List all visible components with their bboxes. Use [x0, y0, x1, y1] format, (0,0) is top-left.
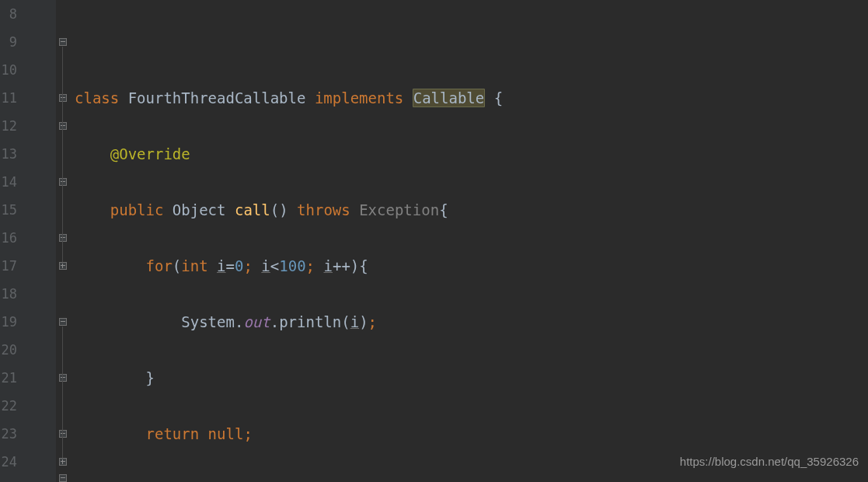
fold-toggle[interactable] — [59, 318, 67, 326]
line-number: 15 — [0, 196, 50, 224]
code-line: } — [75, 476, 868, 482]
line-number: 23 — [0, 420, 50, 448]
code-line: System.out.println(i); — [75, 308, 868, 336]
fold-toggle[interactable] — [59, 122, 67, 130]
fold-column — [56, 0, 71, 482]
fold-toggle[interactable] — [59, 374, 67, 382]
line-number: 13 — [0, 140, 50, 168]
code-editor[interactable]: class FourthThreadCallable implements Ca… — [75, 0, 868, 482]
line-number: 9 — [0, 28, 50, 56]
line-number: 22 — [0, 392, 50, 420]
line-number: 19 — [0, 308, 50, 336]
fold-toggle[interactable] — [59, 474, 67, 482]
line-number: 24 — [0, 448, 50, 476]
line-number: 18 — [0, 280, 50, 308]
fold-end[interactable] — [59, 430, 67, 438]
fold-end[interactable] — [59, 234, 67, 242]
code-line: public Object call() throws Exception{ — [75, 196, 868, 224]
line-number: 10 — [0, 56, 50, 84]
highlighted-identifier: Callable — [413, 89, 486, 107]
fold-end[interactable] — [59, 178, 67, 186]
code-line: for(int i=0; i<100; i++){ — [75, 252, 868, 280]
line-number-gutter: 8 9 10 11 12 13 14 15 16 17 18 19 20 21 … — [0, 0, 56, 482]
line-number: 11 — [0, 84, 50, 112]
line-number: 17 — [0, 252, 50, 280]
code-line — [75, 28, 868, 56]
line-number: 16 — [0, 224, 50, 252]
watermark-text: https://blog.csdn.net/qq_35926326 — [680, 448, 859, 476]
fold-end[interactable] — [59, 262, 67, 270]
fold-toggle[interactable] — [59, 94, 67, 102]
line-number: 12 — [0, 112, 50, 140]
code-line: } — [75, 364, 868, 392]
line-number: 25 — [0, 476, 50, 482]
line-number: 20 — [0, 336, 50, 364]
fold-toggle[interactable] — [59, 38, 67, 46]
code-line: class FourthThreadCallable implements Ca… — [75, 84, 868, 112]
code-line: @Override — [75, 140, 868, 168]
line-number: 8 — [0, 0, 50, 28]
code-line: return null; — [75, 420, 868, 448]
fold-end[interactable] — [59, 458, 67, 466]
line-number: 14 — [0, 168, 50, 196]
line-number: 21 — [0, 364, 50, 392]
